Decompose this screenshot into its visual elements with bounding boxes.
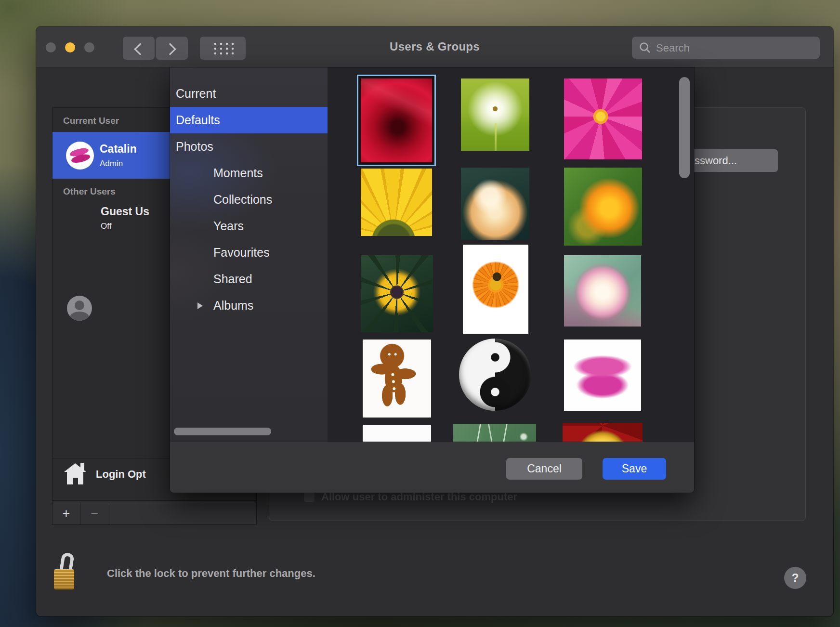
avatar-option-pink-dahlia[interactable] <box>564 78 642 159</box>
horizontal-scrollbar[interactable] <box>174 428 271 435</box>
avatar-option-water-lily[interactable] <box>564 255 641 327</box>
chalk-calligraphy-icon <box>453 424 536 442</box>
other-users-header: Other Users <box>63 186 116 197</box>
avatar-option-black-eyed-susan[interactable] <box>361 255 433 332</box>
picker-nav-label: Years <box>213 219 244 233</box>
picker-nav-label: Albums <box>213 299 253 312</box>
avatar-option-fortune-cookie[interactable] <box>363 425 431 442</box>
picker-sidebar: CurrentDefaultsPhotosMomentsCollectionsY… <box>170 67 328 442</box>
picker-nav-label: Favourites <box>213 246 270 259</box>
login-options-label: Login Opt <box>96 468 146 481</box>
user-actions-bar: + − <box>52 502 257 525</box>
lips-avatar <box>66 142 94 170</box>
red-rose-icon <box>361 78 432 162</box>
guest-name: Guest Us <box>101 205 149 218</box>
pink-dahlia-icon <box>564 78 642 159</box>
avatar-option-cream-rose[interactable] <box>461 168 529 240</box>
picker-nav-label: Collections <box>213 193 272 206</box>
vertical-scrollbar[interactable] <box>679 77 690 178</box>
picker-nav-label: Photos <box>176 140 213 153</box>
remove-user-button[interactable]: − <box>80 502 109 524</box>
picker-nav-shared[interactable]: Shared <box>170 266 328 292</box>
gold-medal-icon <box>563 423 643 442</box>
avatar-option-red-rose[interactable] <box>357 75 436 166</box>
avatar-option-gingerbread-man[interactable] <box>363 340 431 418</box>
search-icon <box>639 41 651 54</box>
home-icon <box>64 462 86 485</box>
lock-caption: Click the lock to prevent further change… <box>107 567 315 580</box>
avatar-option-yin-yang[interactable] <box>459 339 531 411</box>
current-user-header: Current User <box>63 116 119 126</box>
cancel-button[interactable]: Cancel <box>506 458 582 480</box>
picker-nav: CurrentDefaultsPhotosMomentsCollectionsY… <box>170 80 328 319</box>
picker-nav-albums[interactable]: Albums <box>170 292 328 319</box>
cream-rose-icon <box>461 168 529 240</box>
user-role: Admin <box>100 159 123 169</box>
avatar-option-orange-poppy[interactable] <box>564 168 642 246</box>
water-lily-icon <box>564 255 641 327</box>
search-input[interactable] <box>655 37 811 60</box>
picker-nav-label: Shared <box>213 272 252 286</box>
orange-poppy-icon <box>564 168 642 246</box>
toolbar: Users & Groups <box>36 26 833 67</box>
orange-gerbera-bee-icon <box>463 245 528 334</box>
picker-nav-label: Current <box>176 87 216 100</box>
sunflower-icon <box>361 169 432 236</box>
lock-icon <box>54 569 74 589</box>
picker-nav-moments[interactable]: Moments <box>170 160 328 186</box>
avatar-picker-popover: CurrentDefaultsPhotosMomentsCollectionsY… <box>170 67 694 493</box>
avatar-option-chalk-calligraphy[interactable] <box>453 424 536 442</box>
picker-nav-label: Moments <box>213 166 263 180</box>
lock-button[interactable] <box>54 553 77 589</box>
picker-nav-collections[interactable]: Collections <box>170 186 328 213</box>
search-field[interactable] <box>632 37 820 59</box>
picker-nav-favourites[interactable]: Favourites <box>170 239 328 266</box>
lips-kiss-icon <box>564 340 641 411</box>
guest-avatar <box>67 296 92 321</box>
black-eyed-susan-icon <box>361 255 433 332</box>
avatar-option-orange-gerbera-bee[interactable] <box>463 245 528 334</box>
picker-nav-years[interactable]: Years <box>170 213 328 239</box>
picker-nav-label: Defaults <box>176 113 220 127</box>
picker-nav-photos[interactable]: Photos <box>170 133 328 160</box>
help-button[interactable]: ? <box>784 567 806 589</box>
save-button[interactable]: Save <box>603 458 666 480</box>
dandelion-icon <box>461 78 529 151</box>
user-name: Catalin <box>100 143 137 156</box>
add-user-button[interactable]: + <box>52 502 80 524</box>
avatar-option-lips-kiss[interactable] <box>564 340 641 411</box>
disclosure-triangle-icon[interactable] <box>197 302 203 309</box>
picker-nav-defaults[interactable]: Defaults <box>170 107 328 133</box>
avatar-grid <box>328 67 694 442</box>
fortune-cookie-icon <box>363 425 431 442</box>
guest-status: Off <box>101 222 111 231</box>
avatar-option-gold-medal[interactable] <box>563 423 643 442</box>
avatar-option-sunflower[interactable] <box>361 169 432 236</box>
actions-spacer <box>109 502 256 524</box>
gingerbread-man-icon <box>363 340 431 418</box>
admin-checkbox[interactable] <box>304 492 315 502</box>
yin-yang-icon <box>459 339 531 411</box>
picker-footer: Cancel Save <box>170 442 694 493</box>
picker-nav-current[interactable]: Current <box>170 80 328 107</box>
avatar-option-dandelion[interactable] <box>461 78 529 151</box>
lips-icon <box>69 146 92 166</box>
